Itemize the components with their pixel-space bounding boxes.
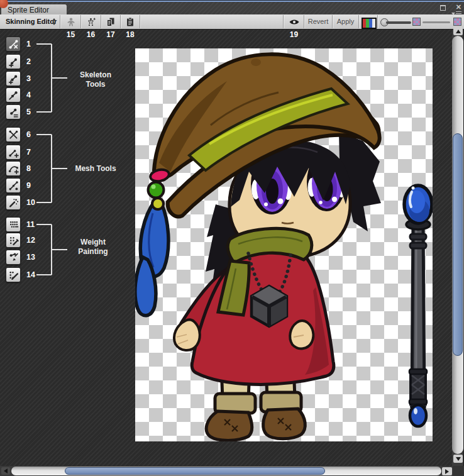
character-sprite	[135, 48, 433, 441]
label-line: Painting	[65, 247, 121, 257]
separator	[377, 15, 378, 28]
alpha-pattern-swatch	[453, 18, 461, 26]
separator	[60, 15, 60, 28]
close-icon[interactable]: ✕	[456, 3, 461, 11]
color-swatch-button[interactable]	[362, 18, 377, 29]
annotation-number: 19	[284, 30, 304, 39]
eye-icon	[289, 18, 300, 26]
scrollbar-corner	[453, 466, 464, 476]
copy-button[interactable]	[101, 15, 120, 28]
triangle-up-icon	[456, 30, 461, 33]
scroll-up-button[interactable]	[453, 27, 463, 35]
group-label-weight: Weight Painting	[65, 238, 121, 257]
bead-green	[148, 182, 164, 198]
label-line: Skeleton	[69, 70, 122, 80]
white-stripe	[372, 19, 375, 28]
revert-button[interactable]: Revert	[304, 15, 332, 28]
dotted-doll-icon	[86, 17, 96, 27]
separator	[283, 15, 284, 28]
scroll-left-button[interactable]	[1, 467, 10, 475]
tab-title: Sprite Editor	[8, 6, 49, 14]
separator	[140, 15, 140, 28]
scroll-right-button[interactable]	[442, 467, 452, 475]
separator	[358, 15, 359, 28]
scroll-down-button[interactable]	[453, 455, 463, 463]
vertical-scrollbar-thumb[interactable]	[453, 133, 463, 356]
toolbar: Skinning Editor	[0, 14, 464, 30]
apply-button[interactable]: Apply	[333, 15, 358, 28]
window-controls: ✕	[440, 3, 461, 16]
label-line: Tools	[69, 80, 122, 89]
visibility-doll-button[interactable]	[61, 15, 80, 28]
visibility-button[interactable]	[284, 15, 304, 28]
group-label-mesh: Mesh Tools	[66, 164, 125, 174]
sprite-editor-window: Sprite Editor ✕ Skinning Editor	[0, 0, 464, 476]
sprite-canvas[interactable]	[135, 48, 433, 441]
alpha-slider-track[interactable]	[423, 21, 450, 23]
copy-icon	[106, 17, 116, 27]
triangle-right-icon	[445, 469, 449, 474]
paste-button[interactable]	[121, 15, 140, 28]
popup-arrows-icon	[52, 18, 56, 25]
label-line: Weight	[65, 238, 121, 247]
group-label-skeleton: Skeleton Tools	[69, 70, 122, 89]
label-line: Mesh Tools	[66, 164, 125, 174]
staff	[404, 185, 432, 426]
mode-dropdown-label: Skinning Editor	[6, 15, 57, 28]
maximize-icon[interactable]	[440, 5, 446, 11]
paste-icon	[125, 17, 135, 27]
hat-feather	[135, 201, 168, 316]
triangle-left-icon	[4, 468, 8, 473]
brightness-slider-track[interactable]	[386, 21, 411, 24]
titlebar: Sprite Editor ✕	[0, 2, 464, 14]
dotted-doll-button[interactable]	[81, 15, 101, 28]
horizontal-scrollbar-thumb[interactable]	[65, 467, 325, 475]
triangle-down-icon	[456, 457, 461, 461]
alpha-pattern-swatch	[412, 18, 421, 26]
bead-yellow	[152, 198, 163, 209]
doll-icon	[66, 17, 76, 27]
mode-dropdown[interactable]: Skinning Editor	[1, 15, 59, 28]
